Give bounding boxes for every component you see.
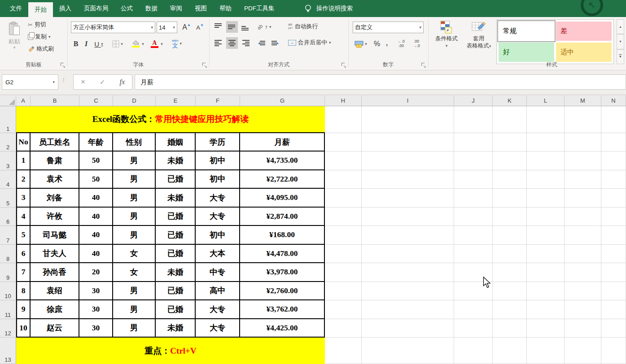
- cell-K6[interactable]: [493, 208, 527, 226]
- cell-D12[interactable]: 男: [113, 319, 156, 338]
- cell-I3[interactable]: [362, 152, 454, 170]
- cell-D11[interactable]: 男: [113, 300, 156, 319]
- cell-A2[interactable]: No: [16, 133, 31, 152]
- cell-H2[interactable]: [325, 133, 362, 152]
- cell-H7[interactable]: [325, 226, 362, 245]
- copy-button[interactable]: 复制 ▾: [28, 33, 54, 41]
- cell-K9[interactable]: [493, 263, 527, 282]
- column-header-D[interactable]: D: [113, 95, 156, 106]
- font-dialog-launcher[interactable]: [202, 62, 207, 67]
- cell-H3[interactable]: [325, 152, 362, 170]
- cell-D8[interactable]: 女: [113, 245, 156, 264]
- cell-F2[interactable]: 学历: [196, 133, 240, 152]
- cell-M12[interactable]: [565, 319, 601, 338]
- cell-C4[interactable]: 50: [79, 170, 113, 189]
- cell-B3[interactable]: 鲁肃: [31, 152, 79, 170]
- orientation-button[interactable]: ab ↗ ▾: [256, 21, 273, 33]
- cell-K4[interactable]: [493, 170, 527, 189]
- cell-L4[interactable]: [527, 170, 565, 189]
- cell-L8[interactable]: [527, 245, 565, 264]
- tab-文件[interactable]: 文件: [4, 0, 28, 17]
- cell-H4[interactable]: [325, 170, 362, 189]
- gallery-more-button[interactable]: ▼: [617, 49, 624, 64]
- italic-button[interactable]: I: [82, 38, 91, 50]
- cell-B5[interactable]: 刘备: [31, 189, 79, 208]
- row-header-5[interactable]: 5: [0, 189, 16, 208]
- cell-L11[interactable]: [527, 300, 565, 319]
- clipboard-dialog-launcher[interactable]: [60, 62, 65, 67]
- cell-G12[interactable]: ¥4,425.00: [240, 319, 325, 338]
- tell-me-search[interactable]: 操作说明搜索: [304, 0, 353, 17]
- cell-N7[interactable]: [601, 226, 626, 245]
- cell-N10[interactable]: [601, 282, 626, 301]
- wrap-text-button[interactable]: abc↩ 自动换行: [288, 22, 318, 30]
- cell-J1[interactable]: [454, 106, 493, 133]
- cell-D3[interactable]: 男: [113, 152, 156, 170]
- align-center-button[interactable]: [226, 37, 238, 49]
- cell-M11[interactable]: [565, 300, 601, 319]
- cell-H10[interactable]: [325, 282, 362, 301]
- cell-N13[interactable]: [601, 338, 626, 364]
- cell-J2[interactable]: [454, 133, 493, 152]
- cell-E9[interactable]: 未婚: [156, 263, 196, 282]
- column-header-H[interactable]: H: [325, 95, 362, 106]
- format-as-table-button[interactable]: 套用表格格式▾: [464, 19, 494, 65]
- cell-L13[interactable]: [527, 338, 565, 364]
- cell-M9[interactable]: [565, 263, 601, 282]
- cell-E3[interactable]: 未婚: [156, 152, 196, 170]
- cell-H11[interactable]: [325, 300, 362, 319]
- cell-L5[interactable]: [527, 189, 565, 208]
- cell-M1[interactable]: [565, 106, 601, 133]
- row-header-13[interactable]: 13: [0, 338, 16, 364]
- underline-button[interactable]: U ▾: [92, 38, 106, 50]
- cell-E10[interactable]: 已婚: [156, 282, 196, 301]
- cell-K13[interactable]: [493, 338, 527, 364]
- column-header-K[interactable]: K: [493, 95, 527, 106]
- cell-I9[interactable]: [362, 263, 454, 282]
- cell-C2[interactable]: 年龄: [79, 133, 113, 152]
- cell-D10[interactable]: 男: [113, 282, 156, 301]
- cell-I8[interactable]: [362, 245, 454, 264]
- accounting-format-button[interactable]: ▾: [353, 38, 369, 50]
- cell-H6[interactable]: [325, 208, 362, 226]
- cell-F4[interactable]: 初中: [196, 170, 240, 189]
- cell-K2[interactable]: [493, 133, 527, 152]
- tab-插入[interactable]: 插入: [53, 0, 78, 17]
- name-box[interactable]: G2 ▾: [2, 74, 58, 90]
- cell-J7[interactable]: [454, 226, 493, 245]
- cell-I12[interactable]: [362, 319, 454, 338]
- cell-J9[interactable]: [454, 263, 493, 282]
- row-header-3[interactable]: 3: [0, 152, 16, 170]
- font-color-button[interactable]: A ▾: [148, 38, 164, 50]
- cell-L10[interactable]: [527, 282, 565, 301]
- cell-A8[interactable]: 6: [16, 245, 31, 264]
- cell-K5[interactable]: [493, 189, 527, 208]
- gallery-scroll-up[interactable]: ▴: [617, 19, 624, 34]
- banner-footer-cell[interactable]: 重点：Ctrl+V: [16, 338, 325, 364]
- cell-F7[interactable]: 初中: [196, 226, 240, 245]
- banner-title-cell[interactable]: Excel函数公式：常用快捷键应用技巧解读: [16, 106, 325, 133]
- cell-K11[interactable]: [493, 300, 527, 319]
- row-header-10[interactable]: 10: [0, 282, 16, 301]
- cell-D2[interactable]: 性别: [113, 133, 156, 152]
- cell-C10[interactable]: 30: [79, 282, 113, 301]
- cell-A4[interactable]: 2: [16, 170, 31, 189]
- cell-N2[interactable]: [601, 133, 626, 152]
- cell-J11[interactable]: [454, 300, 493, 319]
- top-align-button[interactable]: [213, 21, 224, 33]
- cell-F6[interactable]: 大专: [196, 208, 240, 226]
- cell-E12[interactable]: 未婚: [156, 319, 196, 338]
- row-header-9[interactable]: 9: [0, 263, 16, 282]
- cell-F3[interactable]: 初中: [196, 152, 240, 170]
- cell-J6[interactable]: [454, 208, 493, 226]
- merge-center-button[interactable]: ↔ 合并后居中 ▾: [288, 39, 331, 47]
- column-header-A[interactable]: A: [16, 95, 31, 106]
- align-left-button[interactable]: [213, 37, 224, 49]
- cell-G11[interactable]: ¥3,762.00: [240, 300, 325, 319]
- row-header-4[interactable]: 4: [0, 170, 16, 189]
- cell-B11[interactable]: 徐庶: [31, 300, 79, 319]
- cell-N6[interactable]: [601, 208, 626, 226]
- cell-L1[interactable]: [527, 106, 565, 133]
- cell-A12[interactable]: 10: [16, 319, 31, 338]
- number-dialog-launcher[interactable]: [421, 62, 426, 67]
